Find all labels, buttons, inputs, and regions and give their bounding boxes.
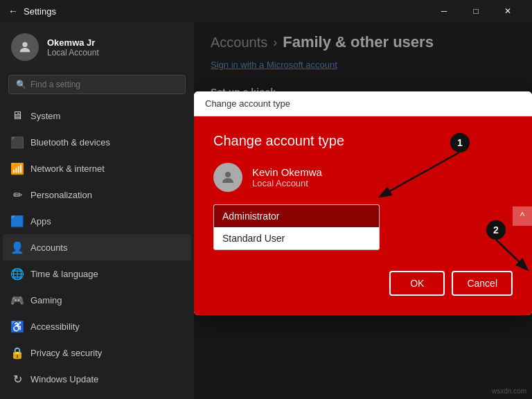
dialog-title: Change account type (205, 98, 290, 109)
expand-handle[interactable]: ^ (513, 206, 532, 226)
nav-icon-4: 🟦 (11, 215, 24, 227)
sidebar-nav: 🖥System⬛Bluetooth & devices📶Network & in… (0, 103, 194, 399)
sidebar-item-accounts[interactable]: 👤Accounts (3, 234, 191, 260)
avatar (11, 33, 39, 61)
svg-line-6 (496, 240, 526, 269)
dialog-titlebar: Change account type (194, 91, 532, 116)
nav-label-5: Accounts (30, 242, 67, 253)
window-controls: ─ □ ✕ (428, 0, 524, 22)
nav-label-6: Time & language (30, 269, 98, 279)
sidebar-item-network--internet[interactable]: 📶Network & internet (3, 155, 191, 181)
annotation-2: 2 (486, 220, 506, 240)
user-account-type: Local Account (47, 48, 99, 57)
nav-icon-5: 👤 (11, 241, 24, 254)
dialog-user-sub: Local Account (252, 178, 322, 188)
back-button[interactable]: ← (8, 6, 18, 17)
nav-label-1: Bluetooth & devices (30, 137, 110, 148)
nav-icon-1: ⬛ (11, 136, 24, 148)
dialog-user-name: Kevin Okemwa (252, 166, 322, 178)
sidebar: Okemwa Jr Local Account 🔍 🖥System⬛Blueto… (0, 22, 194, 399)
nav-icon-7: 🎮 (11, 294, 24, 306)
nav-label-7: Gaming (30, 295, 62, 305)
sidebar-item-privacy--security[interactable]: 🔒Privacy & security (3, 339, 191, 366)
content-area: Accounts › Family & other users Sign in … (194, 22, 532, 399)
dialog-user-row: Kevin Okemwa Local Account (213, 163, 513, 192)
close-button[interactable]: ✕ (492, 0, 524, 22)
nav-label-9: Privacy & security (30, 348, 102, 358)
search-icon: 🔍 (16, 80, 26, 89)
window-title: Settings (24, 6, 56, 17)
sidebar-item-time--language[interactable]: 🌐Time & language (3, 260, 191, 287)
search-box[interactable]: 🔍 (8, 75, 186, 94)
dropdown-option-standard[interactable]: Standard User (214, 227, 379, 249)
titlebar: ← Settings ─ □ ✕ (0, 0, 532, 22)
sidebar-item-accessibility[interactable]: ♿Accessibility (3, 313, 191, 339)
svg-point-4 (225, 172, 231, 177)
main-layout: Okemwa Jr Local Account 🔍 🖥System⬛Blueto… (0, 22, 532, 399)
sidebar-item-gaming[interactable]: 🎮Gaming (3, 287, 191, 313)
nav-icon-8: ♿ (11, 320, 24, 332)
maximize-button[interactable]: □ (460, 0, 492, 22)
nav-label-8: Accessibility (30, 321, 80, 332)
sidebar-item-personalization[interactable]: ✏Personalization (3, 181, 191, 208)
nav-icon-6: 🌐 (11, 267, 24, 280)
chevron-up-icon: ^ (520, 211, 525, 222)
ok-button[interactable]: OK (389, 271, 445, 296)
sidebar-item-system[interactable]: 🖥System (3, 103, 191, 129)
nav-icon-0: 🖥 (11, 109, 24, 122)
nav-icon-10: ↻ (11, 373, 24, 385)
svg-point-0 (22, 42, 27, 47)
nav-label-0: System (30, 111, 60, 121)
nav-label-10: Windows Update (30, 374, 98, 384)
dialog-body: Change account type Kevin Okemwa Local A… (194, 116, 532, 315)
user-profile: Okemwa Jr Local Account (0, 22, 194, 72)
nav-icon-2: 📶 (11, 162, 24, 175)
dropdown-option-administrator[interactable]: Administrator (214, 205, 379, 227)
dialog-user-avatar (213, 163, 242, 192)
dialog-buttons: OK Cancel (213, 271, 513, 296)
user-name: Okemwa Jr (47, 37, 99, 48)
nav-icon-9: 🔒 (11, 346, 24, 359)
search-input[interactable] (30, 80, 178, 89)
sidebar-item-apps[interactable]: 🟦Apps (3, 208, 191, 234)
sidebar-item-windows-update[interactable]: ↻Windows Update (3, 366, 191, 392)
nav-label-3: Personalization (30, 190, 92, 200)
nav-label-2: Network & internet (30, 163, 105, 174)
dialog-window: Change account type Change account type (194, 91, 532, 315)
cancel-button[interactable]: Cancel (452, 271, 513, 296)
account-type-dropdown[interactable]: Administrator Standard User (213, 204, 380, 250)
nav-label-4: Apps (30, 216, 51, 227)
minimize-button[interactable]: ─ (428, 0, 460, 22)
annotation-1: 1 (450, 133, 470, 152)
sidebar-item-bluetooth--devices[interactable]: ⬛Bluetooth & devices (3, 129, 191, 155)
dialog-overlay: Change account type Change account type (194, 22, 532, 399)
nav-icon-3: ✏ (11, 188, 24, 201)
